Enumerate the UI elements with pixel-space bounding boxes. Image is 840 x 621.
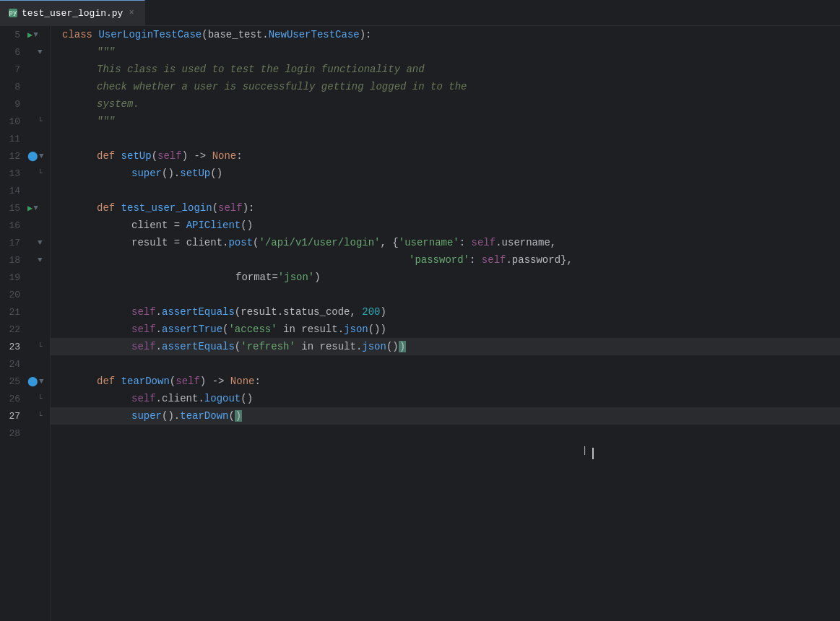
- format-param: format: [235, 272, 272, 283]
- fold-icon-26[interactable]: └: [38, 395, 43, 403]
- gutter-row-25: 25 ⬤ ▼: [0, 373, 50, 390]
- assert-equals-method-23: assertEquals: [162, 341, 235, 352]
- gutter-row-5: 5 ▶ ▼: [0, 26, 50, 43]
- tab-close-button[interactable]: ×: [127, 7, 135, 19]
- status-num: 200: [362, 306, 380, 318]
- line-num-26: 26: [0, 394, 26, 404]
- fold-icon-6[interactable]: ▼: [38, 48, 43, 56]
- password-attr: password: [512, 254, 560, 266]
- gutter-row-19: 19: [0, 269, 50, 286]
- line-num-15: 15: [0, 203, 26, 214]
- code-line-26: self.client.logout(): [51, 390, 840, 407]
- fold-icon-10[interactable]: └: [38, 118, 43, 126]
- line-num-10: 10: [0, 116, 26, 127]
- username-attr: username: [502, 237, 550, 248]
- line-num-17: 17: [0, 238, 26, 248]
- gutter-icons-13: └: [26, 170, 50, 178]
- line-num-19: 19: [0, 272, 26, 283]
- fold-icon-15[interactable]: ▼: [33, 204, 38, 212]
- code-line-15: def test_user_login(self):: [51, 199, 840, 217]
- line-num-8: 8: [0, 82, 26, 92]
- gutter-icons-23: └: [26, 343, 50, 351]
- gutter-icons-6: ▼: [26, 48, 50, 56]
- fold-icon-13[interactable]: └: [38, 170, 43, 178]
- gutter-row-27: 27 └: [0, 407, 50, 425]
- code-line-17: result = client.post('/api/v1/user/login…: [51, 234, 840, 251]
- code-line-5: class UserLoginTestCase(base_test.NewUse…: [51, 26, 840, 43]
- self-22: self: [131, 323, 156, 335]
- keyword-class: class: [62, 29, 98, 40]
- fold-icon-12[interactable]: ▼: [39, 152, 44, 160]
- code-line-22: self.assertTrue('access' in result.json(…: [51, 321, 840, 338]
- gutter-row-11: 11: [0, 130, 50, 147]
- fold-icon-5[interactable]: ▼: [33, 31, 38, 39]
- gutter-row-7: 7: [0, 61, 50, 78]
- line-num-9: 9: [0, 99, 26, 110]
- line-num-22: 22: [0, 324, 26, 335]
- breakpoint-arrow-12[interactable]: ⬤: [27, 152, 38, 161]
- fold-icon-27[interactable]: └: [38, 412, 43, 420]
- gutter-row-16: 16: [0, 217, 50, 234]
- line-num-20: 20: [0, 290, 26, 300]
- json-string: 'json': [278, 272, 314, 283]
- docstring-close: """: [97, 116, 115, 127]
- fold-icon-25[interactable]: ▼: [39, 378, 44, 386]
- fold-icon-23[interactable]: └: [38, 343, 43, 351]
- gutter-row-26: 26 └: [0, 390, 50, 407]
- gutter-row-28: 28: [0, 425, 50, 442]
- line-num-27: 27: [0, 411, 26, 422]
- code-line-10: """: [51, 113, 840, 130]
- funcname-teardown: tearDown: [121, 375, 170, 387]
- fold-icon-17[interactable]: ▼: [38, 239, 43, 247]
- docstring-open: """: [97, 46, 115, 58]
- closing-bracket: ): [399, 341, 406, 352]
- gutter-row-9: 9: [0, 95, 50, 113]
- code-line-9: system.: [51, 95, 840, 113]
- access-string: 'access': [228, 323, 277, 335]
- fold-icon-18[interactable]: ▼: [38, 256, 43, 264]
- setup-method: setUp: [180, 168, 210, 179]
- username-key: 'username': [399, 237, 459, 248]
- funcname-test: test_user_login: [121, 202, 212, 214]
- self-17: self: [472, 237, 496, 248]
- refresh-string: 'refresh': [241, 341, 295, 352]
- keyword-def-25: def: [97, 375, 121, 387]
- line-num-12: 12: [0, 151, 26, 162]
- teardown-method: tearDown: [180, 410, 228, 422]
- code-editor[interactable]: class UserLoginTestCase(base_test.NewUse…: [51, 26, 840, 621]
- breakpoint-arrow-25[interactable]: ⬤: [27, 377, 38, 386]
- line-num-7: 7: [0, 64, 26, 75]
- code-line-extra: |: [51, 442, 840, 459]
- code-line-20: [51, 286, 840, 303]
- active-tab[interactable]: py test_user_login.py ×: [0, 0, 145, 26]
- gutter-row-12: 12 ⬤ ▼: [0, 147, 50, 165]
- code-line-16: client = APIClient(): [51, 217, 840, 234]
- self-25: self: [176, 375, 200, 387]
- gutter-row-17: 17 ▼: [0, 234, 50, 251]
- code-line-11: [51, 130, 840, 147]
- none-kw-25: None: [230, 375, 255, 387]
- gutter-row-8: 8: [0, 78, 50, 95]
- docstring-line-3: system.: [97, 98, 139, 110]
- line-gutter: 5 ▶ ▼ 6 ▼ 7 8: [0, 26, 51, 621]
- result-var: result: [131, 237, 168, 248]
- gutter-icons-25: ⬤ ▼: [26, 377, 50, 386]
- run-icon-5[interactable]: ▶: [27, 30, 33, 40]
- json-method-23: json: [362, 341, 386, 352]
- gutter-icons-27: └: [26, 412, 50, 420]
- client-attr: client: [162, 393, 198, 404]
- status-code-attr: status_code: [283, 306, 350, 318]
- apiclient-cls: APIClient: [186, 220, 241, 231]
- code-line-8: check whether a user is successfully get…: [51, 78, 840, 95]
- password-key: 'password': [409, 254, 469, 266]
- gutter-row-22: 22: [0, 321, 50, 338]
- keyword-def-15: def: [97, 202, 121, 214]
- line-num-23: 23: [0, 342, 26, 352]
- line-num-24: 24: [0, 359, 26, 370]
- code-line-6: """: [51, 43, 840, 61]
- super-13: super: [131, 168, 162, 179]
- run-icon-15[interactable]: ▶: [27, 203, 33, 214]
- gutter-icons-10: └: [26, 118, 50, 126]
- line-num-28: 28: [0, 428, 26, 439]
- code-line-13: super().setUp(): [51, 165, 840, 182]
